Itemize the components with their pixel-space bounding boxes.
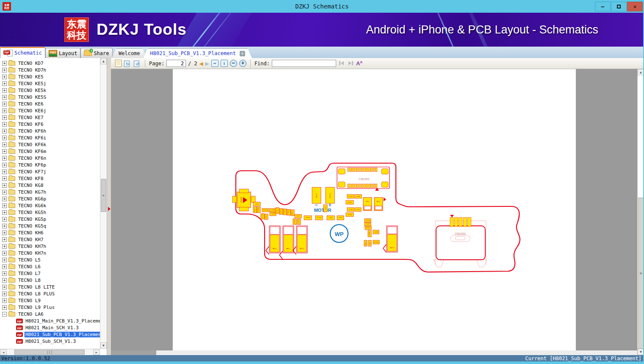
tree-item[interactable]: +TECNO L7 — [0, 270, 100, 277]
folder-label[interactable]: TECNO KF6i — [17, 135, 47, 141]
rotate-right-icon[interactable]: ↻ — [124, 60, 131, 67]
zoom-in-icon[interactable]: + — [239, 60, 246, 67]
expand-toggle-icon[interactable]: + — [2, 61, 7, 66]
tree-item[interactable]: +TECNO KG6p — [0, 195, 100, 202]
tree-item[interactable]: PDFH8021_Main_SCH_V1.3 — [0, 324, 100, 331]
expand-toggle-icon[interactable]: + — [2, 136, 7, 140]
rotate-left-icon[interactable]: ↺ — [133, 60, 141, 67]
folder-label[interactable]: TECNO KE5j — [17, 81, 47, 86]
folder-label[interactable]: TECNO L9 Plus — [17, 305, 55, 310]
folder-label[interactable]: TECNO KG5h — [17, 210, 47, 215]
expand-toggle-icon[interactable]: + — [2, 169, 7, 174]
tree-item[interactable]: +TECNO KE5k — [0, 87, 100, 94]
folder-label[interactable]: TECNO KG5q — [17, 223, 47, 229]
tree-item-selected-label[interactable]: H8021_Sub_PCB_V1.3_Placement — [25, 332, 100, 337]
expand-toggle-icon[interactable]: + — [2, 142, 7, 147]
expand-toggle-icon[interactable]: + — [2, 95, 7, 100]
next-page-icon[interactable]: ▶ — [205, 60, 209, 67]
tab-layout[interactable]: PADS Layout — [45, 48, 80, 58]
tree-item[interactable]: +TECNO KF6k — [0, 141, 100, 148]
single-page-icon[interactable] — [115, 60, 122, 67]
tab-share[interactable]: Share — [80, 48, 112, 58]
tree-item[interactable]: +TECNO KF8 — [0, 175, 100, 182]
minimize-button[interactable]: – — [595, 2, 611, 11]
folder-label[interactable]: TECNO KG8 — [17, 183, 44, 188]
expand-toggle-icon[interactable]: + — [2, 149, 7, 154]
tree-item[interactable]: +TECNO KF6n — [0, 155, 100, 161]
folder-label[interactable]: TECNO L8 — [17, 278, 41, 283]
canvas-hscrollbar-thumb[interactable] — [111, 350, 156, 355]
expand-toggle-icon[interactable]: + — [2, 258, 7, 262]
expand-toggle-icon[interactable]: + — [2, 251, 7, 256]
expand-toggle-icon[interactable]: + — [2, 108, 7, 113]
folder-label[interactable]: TECNO KF8 — [17, 176, 44, 181]
folder-label[interactable]: TECNO KD7h — [17, 67, 47, 73]
folder-label[interactable]: TECNO L8 PLUS — [17, 291, 55, 297]
folder-label[interactable]: TECNO L8 LITE — [17, 284, 55, 290]
tab-schematic[interactable]: PDF Schematic — [0, 47, 45, 58]
tree-item[interactable]: +TECNO L5 — [0, 256, 100, 263]
expand-toggle-icon[interactable]: + — [2, 102, 7, 106]
tree-item[interactable]: +TECNO KG5h — [0, 209, 100, 216]
folder-label[interactable]: TECNO KF6k — [17, 142, 47, 147]
expand-toggle-icon[interactable]: + — [2, 224, 7, 228]
tree-item[interactable]: +TECNO KG7h — [0, 189, 100, 195]
tree-item[interactable]: +TECNO KG8 — [0, 182, 100, 189]
tree-item[interactable]: +TECNO KD7h — [0, 67, 100, 73]
expand-toggle-icon[interactable]: + — [2, 68, 7, 72]
folder-label[interactable]: TECNO KF7j — [17, 169, 47, 175]
expand-toggle-icon[interactable]: + — [2, 163, 7, 167]
tree-item[interactable]: +TECNO KH7h — [0, 243, 100, 250]
folder-label[interactable]: TECNO L7 — [17, 271, 41, 276]
doc-tab-welcome[interactable]: Welcome — [112, 48, 147, 58]
folder-label[interactable]: TECNO KE5k — [17, 88, 47, 93]
expand-toggle-icon[interactable]: + — [2, 122, 7, 127]
scroll-right-icon[interactable]: ► — [93, 349, 100, 355]
folder-label[interactable]: TECNO KF6m — [17, 149, 47, 154]
document-label[interactable]: H8021_Sub_SCH_V1.3 — [25, 339, 77, 344]
tree-item[interactable]: PDFH8021_Main_PCB_V1.3_Placement — [0, 317, 100, 324]
tree-item[interactable]: +TECNO KF6 — [0, 121, 100, 128]
close-tab-icon[interactable]: ✕ — [240, 51, 245, 56]
match-case-icon[interactable]: Aa — [356, 60, 362, 67]
find-next-icon[interactable] — [347, 61, 354, 66]
folder-label[interactable]: TECNO KE5S — [17, 94, 47, 100]
expand-toggle-icon[interactable]: + — [2, 176, 7, 181]
tree-item[interactable]: +TECNO KE7 — [0, 114, 100, 121]
tree-hscrollbar-thumb[interactable]: ||| — [14, 350, 85, 355]
folder-label[interactable]: TECNO KG6p — [17, 196, 47, 202]
tree-item[interactable]: +TECNO L8 PLUS — [0, 290, 100, 297]
tree-vertical-scrollbar[interactable]: ▲ ≡ ▼ — [100, 58, 107, 349]
expand-toggle-icon[interactable]: + — [2, 190, 7, 195]
folder-label[interactable]: TECNO KH7 — [17, 237, 44, 242]
scroll-down-icon[interactable]: ▼ — [100, 342, 107, 349]
expand-toggle-icon[interactable]: + — [2, 237, 7, 242]
tree-item[interactable]: +TECNO KH6 — [0, 229, 100, 236]
tree-item[interactable]: +TECNO L8 — [0, 277, 100, 283]
close-button[interactable]: ✕ — [627, 2, 643, 11]
tree-item[interactable]: +TECNO KG6k — [0, 202, 100, 209]
fit-width-icon[interactable]: ↔ — [211, 60, 218, 67]
folder-label[interactable]: TECNO L6 — [17, 264, 41, 270]
tree-item[interactable]: +TECNO KF6h — [0, 128, 100, 134]
tree-item[interactable]: +TECNO L9 — [0, 297, 100, 304]
tree-item[interactable]: +TECNO KG5p — [0, 216, 100, 222]
expand-toggle-icon[interactable]: + — [2, 305, 7, 310]
tree-item[interactable]: PDFH8021_Sub_SCH_V1.3 — [0, 338, 100, 345]
expand-toggle-icon[interactable]: + — [2, 81, 7, 86]
tree-item[interactable]: +TECNO KE6j — [0, 107, 100, 114]
find-previous-icon[interactable] — [338, 61, 345, 66]
folder-label[interactable]: TECNO KF6h — [17, 128, 47, 134]
expand-toggle-icon[interactable]: + — [2, 285, 7, 289]
folder-label[interactable]: TECNO KE6j — [17, 108, 47, 114]
tree-item[interactable]: +TECNO KE5j — [0, 80, 100, 87]
tree-item[interactable]: +TECNO L6 — [0, 263, 100, 270]
tree-item[interactable]: +TECNO KD7 — [0, 60, 100, 67]
expand-toggle-icon[interactable]: + — [2, 129, 7, 133]
folder-label[interactable]: TECNO KG7h — [17, 189, 47, 195]
maximize-button[interactable] — [611, 2, 627, 11]
tree-item[interactable]: +TECNO KE5S — [0, 94, 100, 100]
expand-toggle-icon[interactable]: + — [2, 244, 7, 249]
previous-page-icon[interactable]: ◀ — [199, 60, 203, 67]
scroll-up-icon[interactable]: ▲ — [100, 58, 107, 64]
